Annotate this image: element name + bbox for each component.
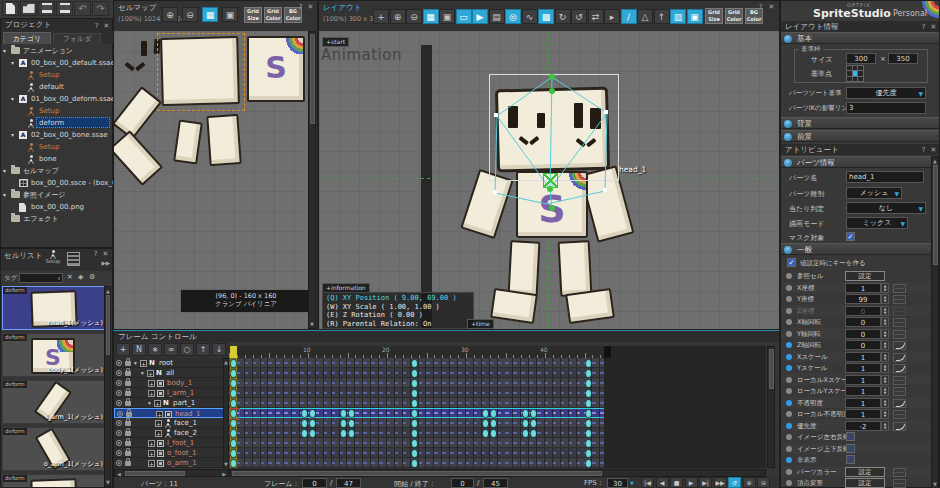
- part-tree-row-root[interactable]: ▾+Nroot: [114, 358, 229, 368]
- keyframe-dot[interactable]: [483, 420, 488, 427]
- interp-button[interactable]: ----: [893, 387, 906, 396]
- timeline-zoom-out-button[interactable]: ⊖: [757, 477, 770, 488]
- save-as-button[interactable]: [56, 1, 73, 16]
- set-button[interactable]: 設定: [845, 271, 885, 281]
- keyframe-dot[interactable]: [412, 370, 417, 377]
- attribute-value-input[interactable]: 0: [845, 329, 881, 339]
- layer-display[interactable]: ▤: [489, 9, 505, 24]
- keyframe-dot[interactable]: [231, 390, 236, 397]
- keyframe-dot[interactable]: [586, 370, 591, 377]
- mask-checkbox[interactable]: ✓: [846, 232, 855, 241]
- keyframe-dot[interactable]: [523, 410, 528, 417]
- help-icon[interactable]: ?: [296, 3, 305, 11]
- sprite-arm-cell[interactable]: [114, 130, 163, 186]
- interp-button[interactable]: ----: [893, 376, 906, 385]
- tab-folder[interactable]: フォルダ: [53, 33, 101, 44]
- char-right-leg[interactable]: [558, 240, 593, 297]
- duplicate-view-toggle[interactable]: ▣: [687, 9, 703, 24]
- sprite-foot-cell[interactable]: [173, 120, 203, 165]
- part-tree-row-l_arm_1[interactable]: +l_arm_1: [114, 388, 229, 398]
- keyframe-dot[interactable]: [231, 370, 236, 377]
- grid-color-button[interactable]: GridColor: [725, 8, 743, 24]
- visibility-eye-icon[interactable]: [116, 460, 122, 466]
- go-start-button[interactable]: |◀: [641, 477, 654, 488]
- attribute-value-input[interactable]: 99: [845, 294, 881, 304]
- cell-thumbnail-l_foot_1------[interactable]: deforml_foot_1(メッシュ): [2, 474, 106, 487]
- range-end-input[interactable]: 45: [483, 478, 508, 488]
- time-tag[interactable]: +time: [467, 319, 494, 329]
- curve-button[interactable]: [893, 353, 906, 362]
- keyframe-dot[interactable]: [491, 430, 496, 437]
- keyframe-dot[interactable]: [483, 410, 488, 417]
- part-tree-row-l_foot_1[interactable]: +l_foot_1: [114, 438, 229, 448]
- expand-box-icon[interactable]: +: [148, 440, 155, 447]
- attribute-row-イメージ上下反転[interactable]: イメージ上下反転: [781, 443, 931, 455]
- lock-icon[interactable]: [125, 441, 131, 446]
- undo-button[interactable]: ↶: [74, 1, 91, 16]
- close-icon[interactable]: ✕: [929, 145, 938, 156]
- part-tree-row-all[interactable]: ▾+Nall: [114, 368, 229, 378]
- expand-box-icon[interactable]: +: [140, 360, 147, 367]
- attribute-value-input[interactable]: 1: [845, 283, 881, 293]
- tree-arrow-icon[interactable]: ▾: [3, 45, 6, 57]
- cellmap-canvas[interactable]: S (96, 0) - 160 x 160 クランプ バイリニア: [114, 31, 309, 329]
- zoom-out-tool[interactable]: ⊖: [182, 7, 198, 22]
- attribute-row-X軸回転[interactable]: X軸回転0▲▼----: [781, 316, 931, 328]
- tree-arrow-icon[interactable]: ▾: [11, 93, 14, 105]
- spinner-control[interactable]: ▲▼: [881, 375, 889, 385]
- lock-icon[interactable]: [125, 371, 131, 376]
- gear-icon[interactable]: ⚙: [89, 273, 95, 281]
- project-tree-item-Setup[interactable]: Setup: [1, 69, 114, 81]
- keyframe-dot[interactable]: [231, 430, 236, 437]
- lock-icon[interactable]: [125, 381, 131, 386]
- help-icon[interactable]: ?: [756, 3, 765, 11]
- visibility-eye-icon[interactable]: [116, 360, 122, 366]
- visibility-eye-icon[interactable]: [116, 440, 122, 446]
- keyframe-dot[interactable]: [586, 460, 591, 467]
- timeline-h-scrollbar[interactable]: [229, 469, 766, 477]
- keyframe-dot[interactable]: [349, 410, 354, 417]
- attribute-value-input[interactable]: 0: [845, 306, 881, 316]
- attribute-row-頂点変形[interactable]: 頂点変形設定----: [781, 477, 931, 488]
- part-tree-row-face_2[interactable]: +face_2: [114, 428, 229, 438]
- keyframe-dot[interactable]: [586, 400, 591, 407]
- visibility-eye-icon[interactable]: [116, 370, 122, 376]
- lock-icon[interactable]: [125, 421, 131, 426]
- onion-button[interactable]: ○: [180, 343, 194, 356]
- cell-thumbnail-o_arm_1------[interactable]: deformo_arm_1(メッシュ): [2, 427, 106, 471]
- interp-button[interactable]: ----: [893, 318, 906, 327]
- keyframe-dot[interactable]: [491, 420, 496, 427]
- tree-arrow-icon[interactable]: ▾: [141, 368, 144, 378]
- keyframe-dot[interactable]: [531, 420, 536, 427]
- loop-button[interactable]: ↺: [728, 477, 741, 488]
- keyframe-dot[interactable]: [586, 450, 591, 457]
- project-tree-item--------[interactable]: ▾アニメーション: [1, 45, 114, 57]
- key-create-checkbox[interactable]: ✓: [787, 258, 796, 267]
- keyframe-dot[interactable]: [231, 460, 236, 467]
- sprite-foot-cell[interactable]: [206, 114, 241, 166]
- ik-link-input[interactable]: 3: [846, 102, 926, 114]
- project-tree-item------[interactable]: エフェクト: [1, 213, 114, 225]
- interp-button[interactable]: ----: [893, 410, 906, 419]
- attribute-value-input[interactable]: 0: [845, 340, 881, 350]
- expand-box-icon[interactable]: +: [155, 430, 162, 437]
- mesh-grid-toggle[interactable]: ▩: [538, 9, 554, 24]
- part-tree-row-part_1[interactable]: ▾+Npart_1: [114, 398, 229, 408]
- keyframe-dot[interactable]: [302, 410, 307, 417]
- cellmap-scrollbar[interactable]: ▼: [308, 31, 316, 329]
- attribute-checkbox[interactable]: [846, 432, 855, 441]
- close-icon[interactable]: ✕: [101, 250, 110, 258]
- mesh-tool-button[interactable]: ∗: [148, 343, 162, 356]
- snap-tool[interactable]: ▣: [222, 7, 238, 22]
- visibility-eye-icon[interactable]: [117, 411, 123, 417]
- draw-mode-dropdown[interactable]: ミックス ▼: [846, 217, 908, 229]
- cell-thumbnail-body_1------[interactable]: Sdeformbody_1(メッシュ): [2, 333, 106, 377]
- attribute-checkbox[interactable]: [846, 444, 855, 453]
- keyframe-dot[interactable]: [586, 430, 591, 437]
- zoom-out-tool[interactable]: ⊖: [406, 9, 422, 24]
- visibility-eye-icon[interactable]: [116, 400, 122, 406]
- expand-box-icon[interactable]: +: [148, 390, 155, 397]
- spinner-control[interactable]: ▲▼: [881, 398, 889, 408]
- keyframe-dot[interactable]: [231, 380, 236, 387]
- project-tree-item-01_box_00_deform-ssae[interactable]: ▾A01_box_00_deform.ssae: [1, 93, 114, 105]
